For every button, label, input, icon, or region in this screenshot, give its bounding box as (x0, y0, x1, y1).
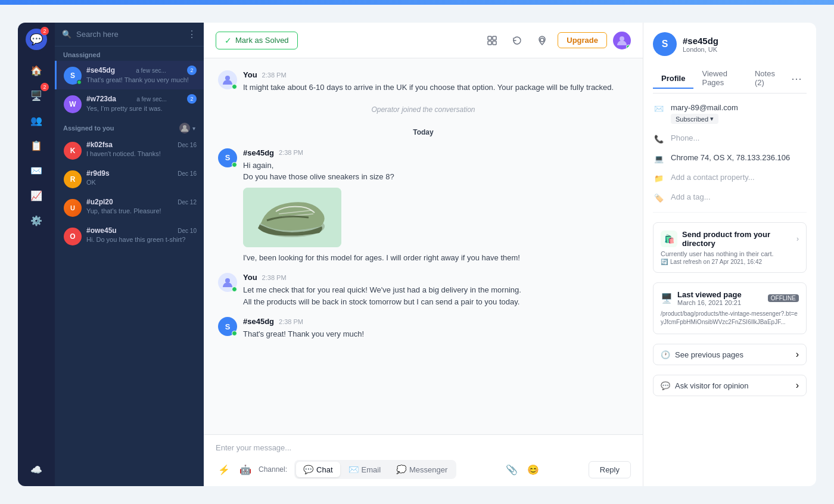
browser-content: Chrome 74, OS X, 78.133.236.106 (671, 153, 807, 162)
svg-rect-1 (488, 36, 491, 40)
add-tag-placeholder[interactable]: Add a tag... (671, 192, 807, 201)
assigned-avatar (179, 123, 190, 133)
visitor-online-dot (232, 162, 237, 167)
tab-notes[interactable]: Notes (2) (746, 64, 786, 93)
conv-avatar-owe45u: O (64, 228, 82, 245)
nav-icon-analytics[interactable]: 📈 (26, 185, 47, 206)
ask-opinion-text: 💬 Ask visitor for opinion (661, 381, 749, 390)
see-previous-pages[interactable]: 🕐 See previous pages › (653, 344, 807, 365)
add-tag-row: 🏷️ Add a tag... (653, 190, 807, 205)
tab-viewed-pages[interactable]: Viewed Pages (693, 64, 746, 93)
chat-channel-icon: 💬 (303, 465, 313, 474)
add-property-placeholder[interactable]: Add a contact property... (671, 173, 807, 182)
conv-preview: That's great! Thank you very much! (86, 76, 197, 83)
emoji-icon[interactable]: 😊 (525, 461, 542, 478)
chat-main: ✓ Mark as Solved Upgrade (204, 23, 643, 486)
channel-tab-email[interactable]: ✉️ Email (341, 462, 388, 477)
subscribed-label: Subscribed (676, 116, 708, 123)
right-panel: S #se45dg London, UK Profile Viewed Page… (643, 23, 816, 486)
conv-item-r9d9s[interactable]: R #r9d9s Dec 16 OK (55, 164, 204, 193)
svg-point-6 (620, 36, 624, 41)
nav-icon-settings[interactable]: ⚙️ (26, 210, 47, 231)
search-bar: 🔍 ⋮ (55, 23, 204, 46)
nav-icon-reports[interactable]: 📋 (26, 135, 47, 156)
conv-time: Dec 16 (178, 170, 197, 177)
msg-content-2: #se45dg 2:38 PM Hi again,Do you have tho… (243, 148, 628, 264)
nav-icon-chat[interactable]: 🖥️ 2 (26, 85, 47, 106)
nav-icon-email[interactable]: ✉️ (26, 160, 47, 181)
message-row-3: You 2:38 PM Let me check that for you re… (218, 273, 628, 307)
online-dot (77, 80, 82, 85)
tab-profile[interactable]: Profile (653, 69, 693, 89)
phone-content: Phone... (671, 133, 807, 142)
message-row-2: S #se45dg 2:38 PM Hi again,Do you have t… (218, 148, 628, 264)
nav-icon-contacts[interactable]: 👥 (26, 110, 47, 131)
channel-tab-messenger[interactable]: 💭 Messenger (389, 462, 455, 477)
conv-item-w723da[interactable]: W #w723da a few sec... 2 Yes, I'm pretty… (55, 89, 204, 118)
product-icon: 🛍️ (661, 231, 677, 247)
conv-preview: I haven't noticed. Thanks! (86, 150, 197, 157)
upgrade-button[interactable]: Upgrade (558, 32, 607, 48)
last-viewed-date: March 16, 2021 20:21 (677, 299, 742, 306)
message-input[interactable] (216, 443, 631, 452)
attach-icon[interactable]: 📎 (503, 461, 520, 478)
chat-header: ✓ Mark as Solved Upgrade (204, 23, 643, 58)
right-panel-body: ✉️ mary-89@mail.com Subscribed ▾ 📞 Phone… (643, 94, 816, 486)
conv-info-r9d9s: #r9d9s Dec 16 OK (86, 169, 197, 186)
browser-icon: 💻 (653, 154, 665, 163)
browser-text: Chrome 74, OS X, 78.133.236.106 (671, 153, 807, 162)
conv-info-u2pl20: #u2pl20 Dec 12 Yup, that's true. Pleasur… (86, 198, 197, 214)
last-viewed-header: 🖥️ Last viewed page March 16, 2021 20:21… (661, 290, 799, 306)
conv-badge: 2 (187, 94, 197, 104)
msg-sender: You (243, 273, 257, 282)
conversation-panel: 🔍 ⋮ Unassigned S #se45dg a few sec... 2 (55, 23, 204, 486)
chat-messages: You 2:38 PM It might take about 6-10 day… (204, 58, 643, 434)
reply-button[interactable]: Reply (589, 461, 631, 478)
search-input[interactable] (76, 30, 182, 39)
conv-badge: 2 (187, 66, 197, 75)
tag-icon: 🏷️ (653, 194, 665, 203)
msg-text: That's great! Thank you very much! (243, 328, 628, 340)
email-content: mary-89@mail.com Subscribed ▾ (671, 103, 807, 124)
add-property-content: Add a contact property... (671, 173, 807, 182)
conv-time: Dec 16 (178, 142, 197, 148)
nav-icon-cloud[interactable]: ☁️ (26, 459, 47, 480)
lightning-icon[interactable]: ⚡ (216, 461, 232, 478)
assigned-chevron-icon[interactable]: ▾ (192, 125, 195, 132)
tab-more-icon[interactable]: ⋯ (786, 70, 807, 88)
grid-icon-btn[interactable] (483, 31, 502, 50)
see-pages-text: 🕐 See previous pages (661, 350, 743, 359)
more-icon[interactable]: ⋮ (187, 29, 197, 40)
conv-item-owe45u[interactable]: O #owe45u Dec 10 Hi. Do you have this gr… (55, 222, 204, 250)
chat-input-area: ⚡ 🤖 Channel: 💬 Chat ✉️ Email 💭 (204, 434, 643, 486)
contact-details: #se45dg London, UK (683, 36, 718, 53)
conv-item-se45dg[interactable]: S #se45dg a few sec... 2 That's great! T… (55, 61, 204, 89)
location-icon-btn[interactable] (533, 31, 552, 50)
folder-icon: 📁 (653, 174, 665, 183)
agent-online-dot-2 (232, 287, 237, 292)
visitor-extra-text: I've, been looking for this model for ag… (243, 252, 628, 264)
conv-item-k02fsa[interactable]: K #k02fsa Dec 16 I haven't noticed. Than… (55, 136, 204, 164)
conv-info-se45dg: #se45dg a few sec... 2 That's great! Tha… (86, 66, 197, 83)
refresh-icon-btn[interactable] (508, 31, 527, 50)
ask-visitor-opinion[interactable]: 💬 Ask visitor for opinion › (653, 375, 807, 396)
assigned-label: Assigned to you (63, 125, 114, 132)
conv-time: Dec 12 (178, 199, 197, 206)
msg-content-3: You 2:38 PM Let me check that for you re… (243, 273, 628, 307)
user-online-dot (626, 45, 631, 49)
bot-icon[interactable]: 🤖 (237, 461, 254, 478)
visitor-online-dot-2 (232, 331, 237, 336)
profile-tabs: Profile Viewed Pages Notes (2) ⋯ (653, 64, 807, 94)
logo-icon: 💬 2 (26, 29, 47, 50)
product-chevron-icon[interactable]: › (796, 235, 799, 243)
mark-solved-button[interactable]: ✓ Mark as Solved (216, 32, 298, 49)
conv-name: #u2pl20 (86, 198, 113, 206)
channel-tab-chat[interactable]: 💬 Chat (296, 462, 340, 477)
conv-item-u2pl20[interactable]: U #u2pl20 Dec 12 Yup, that's true. Pleas… (55, 193, 204, 222)
contact-name: #se45dg (683, 36, 718, 46)
nav-icon-home[interactable]: 🏠 (26, 60, 47, 81)
msg-content-4: #se45dg 2:38 PM That's great! Thank you … (243, 317, 628, 340)
subscribed-badge[interactable]: Subscribed ▾ (671, 114, 718, 124)
msg-time: 2:38 PM (279, 318, 303, 325)
msg-time: 2:38 PM (262, 274, 287, 281)
